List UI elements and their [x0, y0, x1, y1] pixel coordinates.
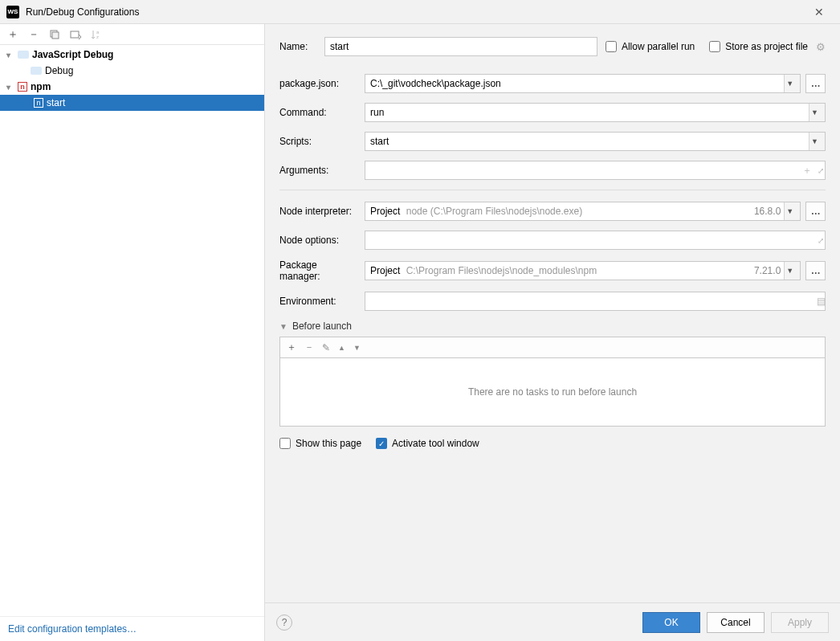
save-config-button[interactable]: [69, 28, 82, 41]
browse-interpreter-button[interactable]: …: [805, 202, 826, 221]
node-options-text[interactable]: [370, 231, 813, 249]
pm-prefix: Project: [370, 265, 400, 276]
scripts-value: start: [370, 136, 809, 147]
checked-icon: ✓: [376, 438, 387, 449]
edit-task-button[interactable]: ✎: [322, 342, 330, 353]
activate-tool-label: Activate tool window: [392, 438, 479, 449]
scripts-label: Scripts:: [279, 136, 365, 147]
caret-down-icon: ▼: [279, 322, 287, 331]
arguments-input[interactable]: ＋ ⤢: [365, 161, 826, 180]
add-config-button[interactable]: ＋: [6, 28, 19, 41]
environment-input[interactable]: ▤: [365, 292, 826, 311]
show-page-label: Show this page: [296, 438, 361, 449]
package-manager-label: Package manager:: [279, 259, 365, 282]
config-toolbar: ＋ － az: [0, 24, 264, 45]
interpreter-prefix: Project: [370, 206, 400, 217]
interpreter-version: 16.8.0: [754, 206, 781, 217]
tree-item-debug[interactable]: Debug: [0, 63, 264, 79]
tree-group-npm[interactable]: ▾ n npm: [0, 79, 264, 95]
config-tree[interactable]: ▾ JavaScript Debug Debug ▾ n npm n start: [0, 45, 264, 616]
close-icon[interactable]: ✕: [805, 6, 834, 18]
help-button[interactable]: ?: [276, 614, 292, 631]
svg-text:z: z: [96, 35, 99, 39]
chevron-down-icon[interactable]: ▼: [784, 202, 800, 220]
before-launch-toolbar: ＋ － ✎ ▲ ▼: [279, 337, 826, 357]
command-select[interactable]: run ▼: [365, 103, 826, 122]
show-this-page-checkbox[interactable]: Show this page: [279, 438, 361, 449]
cancel-button[interactable]: Cancel: [707, 612, 765, 633]
svg-rect-1: [52, 32, 59, 39]
tree-label: Debug: [45, 65, 73, 76]
add-macro-icon[interactable]: ＋: [801, 164, 813, 178]
arguments-label: Arguments:: [279, 165, 365, 176]
gear-icon[interactable]: ⚙: [816, 41, 826, 53]
package-manager-select[interactable]: Project C:\Program Files\nodejs\node_mod…: [365, 261, 801, 280]
before-launch-title: Before launch: [292, 320, 352, 332]
package-json-value: C:\_git\vodcheck\package.json: [370, 78, 784, 89]
command-label: Command:: [279, 107, 365, 118]
remove-task-button[interactable]: －: [304, 341, 314, 354]
chevron-down-icon[interactable]: ▼: [809, 104, 825, 121]
dialog-footer: ? OK Cancel Apply: [265, 602, 840, 641]
name-label: Name:: [279, 41, 324, 52]
node-interpreter-label: Node interpreter:: [279, 206, 365, 217]
environment-text[interactable]: [370, 292, 813, 310]
package-json-label: package.json:: [279, 78, 365, 89]
tree-label: JavaScript Debug: [32, 49, 113, 60]
scripts-select[interactable]: start ▼: [365, 132, 826, 151]
tree-group-javascript-debug[interactable]: ▾ JavaScript Debug: [0, 47, 264, 63]
npm-icon: n: [18, 82, 27, 92]
move-down-button[interactable]: ▼: [353, 344, 361, 352]
pm-version: 7.21.0: [754, 265, 781, 276]
store-as-file-checkbox[interactable]: Store as project file ⚙: [709, 41, 826, 53]
add-task-button[interactable]: ＋: [287, 341, 296, 354]
node-options-input[interactable]: ⤢: [365, 231, 826, 250]
interpreter-path: node (C:\Program Files\nodejs\node.exe): [406, 206, 582, 217]
javascript-debug-icon: [31, 67, 42, 75]
copy-config-button[interactable]: [48, 28, 61, 41]
expand-icon[interactable]: ⤢: [813, 166, 828, 175]
chevron-down-icon[interactable]: ▼: [809, 133, 825, 150]
window-title: Run/Debug Configurations: [26, 6, 805, 18]
activate-tool-window-checkbox[interactable]: ✓ Activate tool window: [376, 438, 479, 449]
ok-button[interactable]: OK: [642, 612, 700, 633]
sort-config-button[interactable]: az: [90, 28, 103, 41]
command-value: run: [370, 107, 809, 118]
tree-label: start: [47, 97, 65, 108]
browse-pm-button[interactable]: …: [805, 261, 826, 280]
npm-icon: n: [34, 98, 43, 108]
caret-down-icon: ▾: [6, 51, 14, 59]
move-up-button[interactable]: ▲: [338, 344, 345, 352]
configurations-panel: ＋ － az ▾ JavaScript Debug Debug: [0, 24, 265, 641]
apply-button[interactable]: Apply: [771, 612, 829, 633]
svg-rect-2: [71, 31, 79, 38]
node-options-label: Node options:: [279, 235, 365, 246]
browse-package-json-button[interactable]: …: [805, 74, 826, 93]
list-icon[interactable]: ▤: [813, 296, 828, 307]
remove-config-button[interactable]: －: [27, 28, 40, 41]
chevron-down-icon[interactable]: ▼: [784, 75, 800, 92]
arguments-text[interactable]: [370, 161, 801, 179]
app-icon: WS: [6, 6, 19, 18]
before-launch-empty: There are no tasks to run before launch: [468, 386, 637, 398]
before-launch-header[interactable]: ▼ Before launch: [279, 320, 826, 332]
chevron-down-icon[interactable]: ▼: [784, 262, 800, 280]
tree-label: npm: [31, 81, 51, 92]
title-bar: WS Run/Debug Configurations ✕: [0, 0, 840, 24]
allow-parallel-label: Allow parallel run: [622, 41, 695, 52]
separator: [279, 190, 826, 190]
javascript-debug-icon: [18, 51, 29, 59]
allow-parallel-checkbox[interactable]: Allow parallel run: [606, 41, 695, 52]
environment-label: Environment:: [279, 296, 365, 307]
config-editor: Name: Allow parallel run Store as projec…: [265, 24, 840, 641]
before-launch-list: There are no tasks to run before launch: [279, 357, 826, 427]
tree-item-start[interactable]: n start: [0, 95, 264, 111]
node-interpreter-select[interactable]: Project node (C:\Program Files\nodejs\no…: [365, 202, 801, 221]
pm-path: C:\Program Files\nodejs\node_modules\npm: [406, 265, 597, 276]
name-input[interactable]: [324, 37, 597, 56]
edit-templates-link[interactable]: Edit configuration templates…: [0, 617, 264, 641]
caret-down-icon: ▾: [6, 83, 14, 92]
expand-icon[interactable]: ⤢: [813, 236, 828, 245]
package-json-select[interactable]: C:\_git\vodcheck\package.json ▼: [365, 74, 801, 93]
store-as-file-label: Store as project file: [725, 41, 808, 52]
